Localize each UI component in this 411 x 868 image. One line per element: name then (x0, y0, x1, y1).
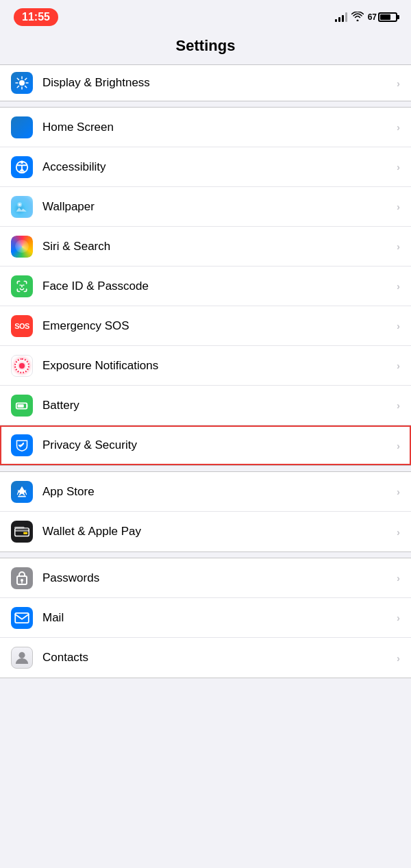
contacts-label: Contacts (42, 651, 397, 665)
battery-icon (11, 395, 33, 417)
chevron-icon: › (397, 612, 400, 623)
exposure-icon (11, 355, 33, 377)
status-bar: 11:55 67 (0, 0, 411, 32)
passwords-icon (11, 567, 33, 589)
svg-line-5 (17, 78, 18, 79)
section-partial: Display & Brightness › (0, 64, 411, 101)
chevron-icon: › (397, 77, 400, 89)
svg-point-13 (20, 284, 21, 286)
wallet-label: Wallet & Apple Pay (42, 525, 397, 538)
settings-group-2: App Store › Wallet & Apple Pay › (0, 471, 411, 552)
battery-label: Battery (42, 399, 397, 412)
privacy-security-icon (11, 434, 33, 456)
chevron-icon: › (397, 161, 400, 173)
settings-group-partial: Display & Brightness › (0, 64, 411, 101)
wallpaper-label: Wallpaper (42, 200, 397, 214)
settings-row-privacy-security[interactable]: Privacy & Security › (0, 425, 411, 465)
chevron-icon: › (397, 280, 400, 292)
privacy-security-label: Privacy & Security (42, 438, 397, 452)
chevron-icon: › (397, 399, 400, 411)
display-brightness-icon (11, 72, 33, 94)
settings-row-accessibility[interactable]: Accessibility › (0, 147, 411, 187)
display-brightness-label: Display & Brightness (42, 76, 397, 90)
contacts-icon (11, 647, 33, 669)
settings-row-exposure[interactable]: Exposure Notifications › (0, 346, 411, 386)
svg-rect-17 (15, 528, 29, 536)
svg-rect-19 (23, 532, 27, 534)
mail-label: Mail (42, 611, 397, 625)
chevron-icon: › (397, 320, 400, 332)
app-store-icon (11, 481, 33, 503)
mail-icon (11, 607, 33, 629)
section-1: Home Screen › Accessibility › (0, 107, 411, 466)
emergency-sos-icon: SOS (11, 315, 33, 337)
emergency-sos-label: Emergency SOS (42, 319, 397, 333)
svg-point-0 (19, 80, 25, 86)
svg-rect-24 (15, 612, 29, 622)
battery-status: 67 (368, 12, 397, 22)
home-screen-label: Home Screen (42, 121, 397, 134)
page-title: Settings (0, 32, 411, 64)
wifi-icon (351, 12, 364, 23)
siri-label: Siri & Search (42, 240, 397, 253)
chevron-icon: › (397, 121, 400, 133)
svg-rect-18 (15, 530, 29, 532)
settings-row-wallet[interactable]: Wallet & Apple Pay › (0, 512, 411, 551)
home-screen-icon (11, 116, 33, 138)
svg-rect-16 (18, 404, 24, 408)
app-store-label: App Store (42, 485, 397, 499)
settings-row-battery[interactable]: Battery › (0, 386, 411, 425)
chevron-icon: › (397, 572, 400, 584)
accessibility-label: Accessibility (42, 160, 397, 174)
settings-group-3: Passwords › Mail › Contacts › (0, 558, 411, 678)
settings-row-app-store[interactable]: App Store › (0, 472, 411, 512)
svg-line-8 (25, 78, 27, 79)
section-2: App Store › Wallet & Apple Pay › (0, 471, 411, 552)
settings-row-face-id[interactable]: Face ID & Passcode › (0, 266, 411, 306)
svg-point-12 (18, 203, 21, 206)
svg-point-25 (18, 652, 25, 658)
accessibility-icon (11, 156, 33, 178)
settings-row-mail[interactable]: Mail › (0, 598, 411, 638)
exposure-label: Exposure Notifications (42, 359, 397, 373)
settings-row-siri[interactable]: Siri & Search › (0, 227, 411, 266)
svg-line-6 (25, 86, 27, 88)
settings-row-passwords[interactable]: Passwords › (0, 558, 411, 598)
svg-point-14 (23, 284, 25, 286)
settings-row-home-screen[interactable]: Home Screen › (0, 108, 411, 147)
face-id-icon (11, 275, 33, 297)
passwords-label: Passwords (42, 571, 397, 585)
settings-group-1: Home Screen › Accessibility › (0, 107, 411, 466)
wallpaper-icon (11, 196, 33, 218)
chevron-icon: › (397, 440, 400, 451)
settings-row-emergency-sos[interactable]: SOS Emergency SOS › (0, 306, 411, 346)
wallet-icon (11, 521, 33, 543)
chevron-icon: › (397, 201, 400, 212)
svg-rect-20 (14, 527, 25, 529)
chevron-icon: › (397, 486, 400, 497)
chevron-icon: › (397, 240, 400, 252)
face-id-label: Face ID & Passcode (42, 280, 397, 293)
signal-icon (335, 12, 347, 22)
status-icons: 67 (335, 12, 397, 23)
battery-percent-text: 67 (368, 12, 377, 22)
chevron-icon: › (397, 526, 400, 538)
settings-row-wallpaper[interactable]: Wallpaper › (0, 187, 411, 227)
settings-row-contacts[interactable]: Contacts › (0, 638, 411, 678)
settings-row-display-brightness[interactable]: Display & Brightness › (0, 65, 411, 101)
status-time: 11:55 (14, 8, 58, 26)
chevron-icon: › (397, 652, 400, 664)
section-3: Passwords › Mail › Contacts › (0, 558, 411, 678)
siri-icon (11, 236, 33, 258)
svg-line-7 (17, 86, 18, 88)
chevron-icon: › (397, 360, 400, 371)
